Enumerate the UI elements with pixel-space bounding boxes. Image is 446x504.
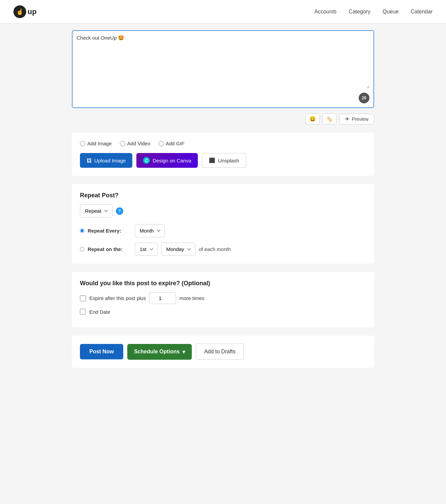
unsplash-icon: ⬛ [209, 157, 215, 163]
canva-button[interactable]: C Design on Canva [136, 153, 198, 168]
header: ☝ up Accounts Category Queue Calendar [0, 0, 446, 23]
radio-add-gif-input[interactable] [159, 141, 164, 146]
repeat-select-row: Repeat ? [80, 204, 366, 217]
repeat-every-radio[interactable] [80, 229, 84, 233]
post-text-wrapper: Check out OneUp 🤩 20 [72, 30, 374, 108]
schedule-button[interactable]: Schedule Options ▾ [127, 344, 192, 360]
toolbar: 😀 🏷️ 👁 Preview [72, 113, 374, 124]
nav-accounts[interactable]: Accounts [314, 9, 337, 15]
expire-post-row: Expire after this post plus more times [80, 292, 366, 304]
nav-calendar[interactable]: Calendar [411, 9, 433, 15]
radio-add-image-input[interactable] [80, 141, 85, 146]
expire-more-label: more times [179, 295, 204, 301]
radio-add-image[interactable]: Add Image [80, 141, 112, 146]
repeat-on-label: Repeat on the: [88, 246, 131, 252]
upload-buttons: 🖼 Upload Image C Design on Canva ⬛ Unspl… [80, 153, 366, 168]
expire-count-input[interactable] [149, 292, 176, 304]
repeat-every-row: Repeat Every: Month [80, 224, 366, 237]
post-textarea[interactable]: Check out OneUp 🤩 [77, 35, 369, 89]
hashtag-button[interactable]: 🏷️ [322, 113, 337, 124]
radio-add-video-input[interactable] [120, 141, 125, 146]
expire-section: Would you like this post to expire? (Opt… [72, 272, 374, 327]
repeat-select[interactable]: Repeat [80, 204, 113, 217]
help-icon[interactable]: ? [116, 207, 123, 215]
radio-add-gif[interactable]: Add GIF [159, 141, 185, 146]
nav-category[interactable]: Category [349, 9, 370, 15]
emoji-button[interactable]: 😀 [306, 113, 320, 124]
expire-section-title: Would you like this post to expire? (Opt… [80, 280, 366, 287]
repeat-every-select[interactable]: Month [135, 224, 165, 237]
repeat-options: Repeat Every: Month Repeat on the: 1st M… [80, 224, 366, 256]
end-date-row: End Date [80, 309, 366, 315]
upload-image-label: Upload Image [94, 158, 126, 163]
logo-icon: ☝ [13, 5, 26, 18]
media-radio-group: Add Image Add Video Add GIF [80, 141, 366, 146]
radio-add-image-label: Add Image [87, 141, 112, 146]
add-to-drafts-button[interactable]: Add to Drafts [196, 344, 244, 360]
radio-add-video-label: Add Video [127, 141, 150, 146]
nav-queue[interactable]: Queue [383, 9, 399, 15]
logo[interactable]: ☝ up [13, 5, 37, 18]
main-content: Check out OneUp 🤩 20 😀 🏷️ 👁 Preview Add … [62, 23, 384, 388]
repeat-weekday-select[interactable]: Monday [161, 243, 195, 256]
repeat-section: Repeat Post? Repeat ? Repeat Every: Mont… [72, 184, 374, 264]
preview-label: Preview [352, 116, 368, 122]
post-now-button[interactable]: Post Now [80, 344, 123, 359]
preview-button[interactable]: 👁 Preview [339, 114, 374, 124]
nav: Accounts Category Queue Calendar [314, 9, 433, 15]
repeat-section-title: Repeat Post? [80, 192, 366, 199]
repeat-on-radio[interactable] [80, 247, 84, 251]
end-date-checkbox[interactable] [80, 309, 86, 315]
schedule-label: Schedule Options [134, 349, 180, 355]
expire-checkbox[interactable] [80, 295, 86, 301]
image-upload-icon: 🖼 [87, 158, 92, 163]
media-section: Add Image Add Video Add GIF 🖼 Upload Ima… [72, 133, 374, 176]
end-date-label: End Date [89, 309, 110, 315]
post-now-label: Post Now [89, 349, 114, 354]
unsplash-button[interactable]: ⬛ Unsplash [202, 153, 246, 168]
char-count-wrapper: 20 [77, 93, 369, 103]
canva-label: Design on Canva [152, 158, 191, 163]
expire-label: Expire after this post plus [89, 295, 146, 301]
logo-text: up [28, 7, 37, 16]
action-bar: Post Now Schedule Options ▾ Add to Draft… [72, 336, 374, 368]
char-count-badge: 20 [359, 93, 369, 103]
each-month-label: of each month [199, 246, 231, 252]
radio-add-video[interactable]: Add Video [120, 141, 150, 146]
emoji-icon: 😀 [309, 116, 316, 122]
unsplash-label: Unsplash [218, 158, 239, 163]
repeat-day-select[interactable]: 1st [135, 243, 158, 256]
repeat-on-row: Repeat on the: 1st Monday of each month [80, 243, 366, 256]
drafts-label: Add to Drafts [204, 349, 235, 354]
radio-add-gif-label: Add GIF [166, 141, 185, 146]
repeat-every-label: Repeat Every: [88, 228, 131, 234]
eye-icon: 👁 [345, 116, 350, 122]
upload-image-button[interactable]: 🖼 Upload Image [80, 153, 132, 168]
canva-icon: C [143, 157, 150, 164]
chevron-down-icon: ▾ [182, 349, 185, 355]
hashtag-icon: 🏷️ [326, 116, 333, 122]
